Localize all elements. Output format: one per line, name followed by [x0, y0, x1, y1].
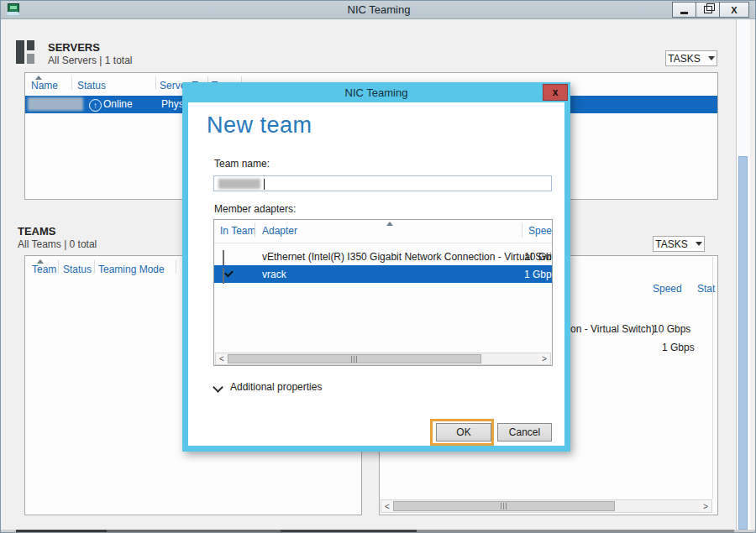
server-status: Online — [103, 98, 133, 110]
in-team-checkbox-unchecked[interactable] — [223, 250, 224, 266]
adapter-speed: 10 Gbps — [524, 251, 553, 263]
servers-col-name[interactable]: Name — [31, 80, 58, 91]
servers-tasks-label: TASKS — [668, 53, 700, 65]
servers-section-subtitle: All Servers | 1 total — [48, 55, 133, 66]
teams-tasks-button[interactable]: TASKS — [653, 236, 705, 252]
adapters-col-speed[interactable]: Speed — [653, 283, 682, 295]
close-icon: x — [553, 86, 559, 98]
adapters-panel-hscrollbar[interactable]: < > — [381, 499, 712, 513]
servers-col-status[interactable]: Status — [77, 80, 106, 91]
scroll-left-icon[interactable]: < — [381, 500, 393, 512]
servers-section-title: SERVERS — [48, 41, 100, 54]
member-adapters-table: In Team Adapter Speed vEthernet (Intel(R… — [213, 219, 553, 366]
servers-tasks-button[interactable]: TASKS — [665, 50, 717, 66]
teams-section-title: TEAMS — [18, 225, 56, 238]
restore-icon — [704, 6, 712, 13]
member-adapters-label: Member adapters: — [214, 203, 296, 215]
adapter-speed: 1 Gbps — [524, 269, 553, 280]
text-cursor — [264, 179, 265, 190]
teams-col-team[interactable]: Team — [32, 264, 56, 275]
scroll-right-icon[interactable]: > — [700, 500, 711, 512]
close-icon: X — [731, 5, 737, 15]
scrollbar-thumb[interactable] — [228, 354, 481, 363]
dialog-title: NIC Teaming — [182, 86, 570, 99]
adapters-col-speed[interactable]: Speed — [528, 225, 553, 237]
dialog-heading: New team — [207, 112, 312, 138]
nic-teaming-window: NIC Teaming X SERVERS All Servers | 1 to… — [0, 0, 756, 533]
adapter-row[interactable]: vEthernet (Intel(R) I350 Gigabit Network… — [214, 248, 552, 265]
adapter-name: vEthernet (Intel(R) I350 Gigabit Network… — [262, 251, 553, 263]
window-title: NIC Teaming — [1, 3, 756, 16]
team-name-value-redacted — [218, 179, 260, 189]
minimize-button[interactable] — [672, 2, 696, 18]
new-team-dialog: NIC Teaming x New team Team name: Member… — [182, 82, 570, 452]
cancel-button[interactable]: Cancel — [497, 423, 552, 442]
teams-col-status[interactable]: Status — [63, 264, 92, 275]
restore-button[interactable] — [696, 2, 720, 18]
adapter-speed: 10 Gbps — [653, 323, 690, 335]
chevron-down-icon — [708, 56, 715, 60]
team-name-input[interactable] — [213, 175, 552, 191]
additional-properties-toggle[interactable]: Additional properties — [214, 381, 322, 393]
dialog-close-button[interactable]: x — [543, 84, 568, 101]
check-icon — [224, 269, 234, 278]
adapters-col-in-team[interactable]: In Team — [220, 225, 255, 237]
adapters-col-adapter[interactable]: Adapter — [262, 225, 297, 237]
adapter-row-selected[interactable]: vrack 1 Gbps — [214, 265, 552, 283]
taskbar-sliver — [1, 530, 756, 533]
scrollbar-thumb[interactable] — [393, 501, 615, 511]
scroll-right-icon[interactable]: > — [538, 353, 550, 364]
close-button[interactable]: X — [719, 2, 749, 18]
chevron-down-icon — [696, 242, 702, 246]
online-status-icon: ↑ — [89, 99, 102, 112]
additional-properties-label: Additional properties — [230, 381, 322, 393]
chevron-down-icon — [213, 382, 223, 393]
dialog-content: New team Team name: Member adapters: In … — [188, 102, 564, 446]
window-vscrollbar-thumb[interactable] — [738, 156, 748, 530]
teams-col-teaming-mode[interactable]: Teaming Mode — [98, 264, 165, 275]
teams-section-subtitle: All Teams | 0 total — [18, 238, 97, 250]
adapter-name: vrack — [262, 269, 286, 280]
adapter-speed: 1 Gbps — [662, 342, 695, 353]
team-name-label: Team name: — [214, 158, 270, 170]
window-titlebar: NIC Teaming X — [1, 1, 756, 19]
member-adapters-hscrollbar[interactable]: < > — [215, 353, 551, 365]
server-name-redacted — [28, 97, 83, 111]
teams-tasks-label: TASKS — [655, 238, 687, 250]
ok-highlight-annotation — [430, 419, 494, 446]
sort-ascending-icon — [386, 222, 393, 226]
servers-icon — [16, 40, 41, 64]
adapter-name-fragment: on - Virtual Switch) — [570, 323, 654, 335]
minimize-icon — [680, 12, 688, 14]
scroll-left-icon[interactable]: < — [216, 353, 228, 364]
in-team-checkbox-checked[interactable] — [223, 268, 224, 284]
